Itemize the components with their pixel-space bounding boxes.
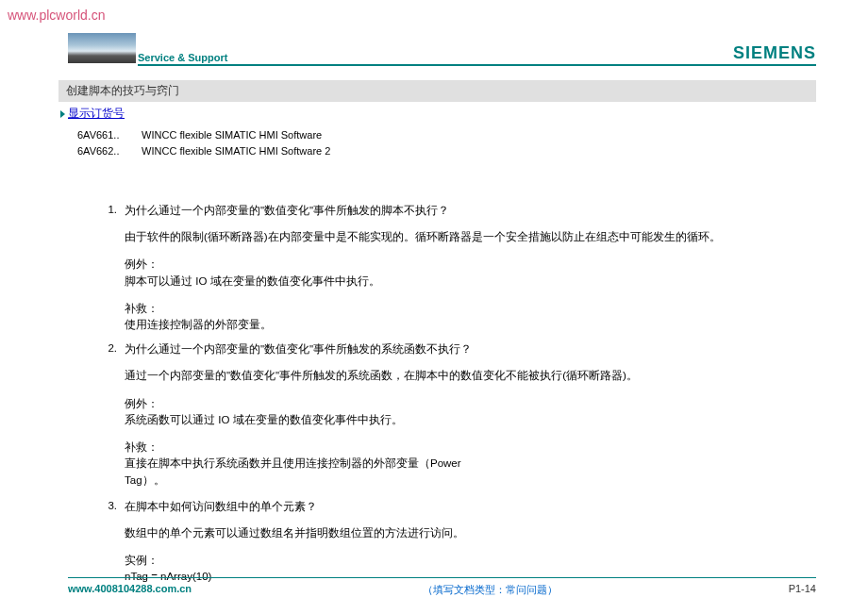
product-code-1: 6AV661.. — [77, 127, 139, 143]
answer-1: 由于软件的限制(循环断路器)在内部变量中是不能实现的。循环断路器是一个安全措施以… — [125, 229, 816, 245]
exception-2: 系统函数可以通过 IO 域在变量的数值变化事件中执行。 — [125, 412, 816, 428]
product-code-2: 6AV662.. — [77, 143, 139, 159]
question-row-2: 2. 为什么通过一个内部变量的"数值变化"事件所触发的系统函数不执行？ — [101, 342, 816, 357]
page-header: Service & Support SIEMENS — [68, 33, 816, 63]
product-row-2: 6AV662.. WINCC flexible SIMATIC HMI Soft… — [58, 143, 816, 159]
page-footer: www.4008104288.com.cn （填写文档类型：常问问题） P1-1… — [68, 577, 816, 597]
question-row-3: 3. 在脚本中如何访问数组中的单个元素？ — [101, 500, 816, 514]
supplement-label-1: 补救： — [125, 301, 816, 317]
order-link-row: 显示订货号 — [58, 106, 816, 122]
answer-block-3: 数组中的单个元素可以通过数组名并指明数组位置的方法进行访问。 实例： nTag … — [101, 525, 816, 586]
example-label-3: 实例： — [125, 553, 816, 569]
qa-item-1: 1. 为什么通过一个内部变量的"数值变化"事件所触发的脚本不执行？ 由于软件的限… — [101, 204, 816, 333]
supplement-1: 使用连接控制器的外部变量。 — [125, 317, 816, 333]
exception-label-2: 例外： — [125, 396, 816, 412]
product-row-1: 6AV661.. WINCC flexible SIMATIC HMI Soft… — [58, 127, 816, 143]
header-underline — [138, 64, 816, 66]
answer-block-2: 通过一个内部变量的"数值变化"事件所触发的系统函数，在脚本中的数值变化不能被执行… — [101, 368, 816, 489]
exception-1: 脚本可以通过 IO 域在变量的数值变化事件中执行。 — [125, 274, 816, 290]
supplement-label-2: 补救： — [125, 440, 816, 456]
main-content: 1. 为什么通过一个内部变量的"数值变化"事件所触发的脚本不执行？ 由于软件的限… — [58, 158, 816, 586]
exception-label-1: 例外： — [125, 257, 816, 273]
header-left: Service & Support — [68, 33, 227, 63]
question-text-2: 为什么通过一个内部变量的"数值变化"事件所触发的系统函数不执行？ — [125, 342, 472, 357]
qa-item-2: 2. 为什么通过一个内部变量的"数值变化"事件所触发的系统函数不执行？ 通过一个… — [101, 342, 816, 489]
service-support-label: Service & Support — [138, 52, 227, 63]
watermark-text: www.plcworld.cn — [8, 8, 105, 23]
question-num-1: 1. — [101, 204, 125, 218]
answer-block-1: 由于软件的限制(循环断路器)在内部变量中是不能实现的。循环断路器是一个安全措施以… — [101, 229, 816, 333]
question-num-3: 3. — [101, 500, 125, 514]
answer-3: 数组中的单个元素可以通过数组名并指明数组位置的方法进行访问。 — [125, 525, 816, 541]
triangle-icon — [60, 110, 65, 118]
question-text-3: 在脚本中如何访问数组中的单个元素？ — [125, 500, 317, 514]
footer-page-number: P1-14 — [789, 583, 816, 597]
footer-doc-type: （填写文档类型：常问问题） — [423, 583, 558, 597]
supplement-2a: 直接在脚本中执行系统函数并且使用连接控制器的外部变量（Power — [125, 456, 816, 472]
answer-2: 通过一个内部变量的"数值变化"事件所触发的系统函数，在脚本中的数值变化不能被执行… — [125, 368, 816, 384]
supplement-2b: Tag）。 — [125, 473, 816, 489]
document-title: 创建脚本的技巧与窍门 — [58, 80, 816, 102]
header-banner-image — [68, 33, 136, 63]
product-name-1: WINCC flexible SIMATIC HMI Software — [142, 129, 322, 141]
show-order-number-link[interactable]: 显示订货号 — [68, 106, 125, 122]
question-num-2: 2. — [101, 342, 125, 357]
question-row-1: 1. 为什么通过一个内部变量的"数值变化"事件所触发的脚本不执行？ — [101, 204, 816, 218]
footer-url: www.4008104288.com.cn — [68, 583, 192, 597]
question-text-1: 为什么通过一个内部变量的"数值变化"事件所触发的脚本不执行？ — [125, 204, 449, 218]
content-area: 创建脚本的技巧与窍门 显示订货号 6AV661.. WINCC flexible… — [58, 80, 816, 595]
qa-item-3: 3. 在脚本中如何访问数组中的单个元素？ 数组中的单个元素可以通过数组名并指明数… — [101, 500, 816, 586]
siemens-logo: SIEMENS — [733, 43, 816, 63]
product-name-2: WINCC flexible SIMATIC HMI Software 2 — [142, 145, 330, 157]
